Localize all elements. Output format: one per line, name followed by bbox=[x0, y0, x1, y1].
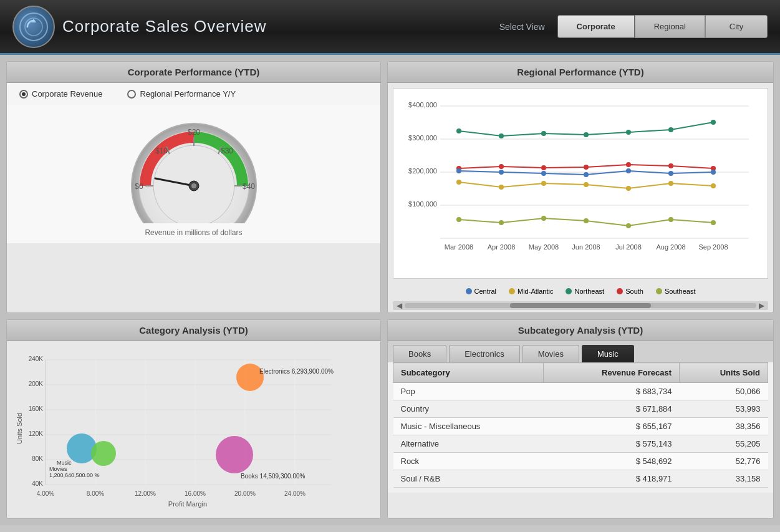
svg-text:8.00%: 8.00% bbox=[87, 490, 104, 497]
svg-text:Electronics 6,293,900.00%: Electronics 6,293,900.00% bbox=[259, 368, 334, 375]
cell-units: 55,205 bbox=[680, 435, 768, 453]
svg-point-38 bbox=[584, 132, 589, 137]
svg-point-49 bbox=[456, 168, 461, 173]
svg-text:$30: $30 bbox=[220, 147, 233, 155]
legend-label-southeast: Southeast bbox=[665, 288, 696, 295]
gauge-container: $0 $10 $20 $30 $40 Revenue in millions o… bbox=[7, 105, 380, 243]
subcategory-analysis-panel: Subcategory Analysis (YTD) Books Electro… bbox=[387, 319, 774, 519]
legend-midatlantic: Mid-Atlantic bbox=[509, 288, 553, 295]
scroll-left-arrow[interactable]: ◀ bbox=[394, 301, 405, 310]
svg-text:Units Sold: Units Sold bbox=[16, 413, 23, 444]
svg-point-63 bbox=[456, 217, 461, 222]
svg-text:$100,000: $100,000 bbox=[408, 200, 437, 208]
cell-units: 53,993 bbox=[680, 400, 768, 418]
radio-regional-performance[interactable]: Regional Performance Y/Y bbox=[127, 89, 236, 99]
view-btn-regional[interactable]: Regional bbox=[635, 15, 705, 38]
cell-revenue: $ 671,884 bbox=[544, 400, 680, 418]
table-row: Pop $ 683,734 50,066 bbox=[393, 383, 768, 400]
svg-point-58 bbox=[541, 181, 546, 186]
cell-subcategory: Country bbox=[393, 400, 544, 418]
scrollbar-track bbox=[405, 303, 756, 308]
logo-icon bbox=[12, 6, 55, 48]
logo-area: Corporate Sales Overview bbox=[12, 6, 266, 48]
svg-point-53 bbox=[626, 168, 631, 173]
legend-dot-southeast bbox=[656, 288, 662, 294]
svg-point-61 bbox=[668, 181, 673, 186]
svg-point-69 bbox=[711, 220, 716, 225]
table-row: Alternative $ 575,143 55,205 bbox=[393, 435, 768, 453]
svg-point-35 bbox=[456, 128, 461, 133]
legend-dot-central bbox=[466, 288, 472, 294]
table-row: Music - Miscellaneous $ 655,167 38,356 bbox=[393, 418, 768, 435]
svg-text:Jul 2008: Jul 2008 bbox=[615, 243, 642, 251]
regional-chart-svg: $400,000 $300,000 $200,000 $100,000 Mar … bbox=[400, 95, 761, 269]
cell-subcategory: Pop bbox=[393, 383, 544, 400]
svg-point-68 bbox=[668, 217, 673, 222]
cell-revenue: $ 683,734 bbox=[544, 383, 680, 400]
svg-text:24.00%: 24.00% bbox=[284, 490, 306, 497]
cell-revenue: $ 548,692 bbox=[544, 453, 680, 470]
subcategory-analysis-title: Subcategory Analysis (YTD) bbox=[388, 320, 773, 341]
legend-label-central: Central bbox=[474, 288, 496, 295]
tab-electronics[interactable]: Electronics bbox=[449, 345, 520, 362]
svg-point-45 bbox=[584, 165, 589, 170]
view-btn-corporate[interactable]: Corporate bbox=[557, 15, 635, 38]
bubble-chart-svg: Units Sold 240K 200K 160K 120K 80K 40K bbox=[13, 347, 344, 510]
svg-point-64 bbox=[499, 220, 504, 225]
view-buttons: Corporate Regional City bbox=[557, 15, 768, 38]
svg-text:$400,000: $400,000 bbox=[408, 101, 437, 109]
svg-text:240K: 240K bbox=[29, 355, 44, 362]
legend-south: South bbox=[617, 288, 643, 295]
svg-text:May 2008: May 2008 bbox=[529, 243, 559, 251]
radio-dot-regional bbox=[127, 90, 136, 99]
svg-point-37 bbox=[541, 131, 546, 136]
tab-music[interactable]: Music bbox=[582, 345, 634, 362]
cell-subcategory: Alternative bbox=[393, 435, 544, 453]
bubble-books bbox=[216, 436, 253, 473]
cell-subcategory: Music - Miscellaneous bbox=[393, 418, 544, 435]
subcategory-tabs: Books Electronics Movies Music bbox=[388, 341, 773, 362]
col-subcategory: Subcategory bbox=[393, 363, 544, 383]
svg-point-56 bbox=[456, 180, 461, 185]
svg-point-0 bbox=[20, 13, 47, 41]
svg-text:12.00%: 12.00% bbox=[135, 490, 156, 497]
svg-point-39 bbox=[626, 130, 631, 135]
tab-movies[interactable]: Movies bbox=[522, 345, 579, 362]
scrollbar-thumb bbox=[510, 303, 651, 308]
svg-point-50 bbox=[499, 170, 504, 175]
radio-corporate-revenue[interactable]: Corporate Revenue bbox=[19, 89, 102, 99]
legend-label-midatlantic: Mid-Atlantic bbox=[518, 288, 553, 295]
svg-point-36 bbox=[499, 133, 504, 138]
regional-performance-title: Regional Performance (YTD) bbox=[388, 62, 773, 83]
gauge-svg: $0 $10 $20 $30 $40 bbox=[113, 111, 275, 223]
cell-revenue: $ 655,167 bbox=[544, 418, 680, 435]
svg-text:Profit Margin: Profit Margin bbox=[168, 500, 207, 508]
svg-point-54 bbox=[668, 171, 673, 176]
svg-point-52 bbox=[584, 172, 589, 177]
scroll-right-arrow[interactable]: ▶ bbox=[756, 301, 767, 310]
svg-point-51 bbox=[541, 171, 546, 176]
svg-text:Movies: Movies bbox=[49, 466, 67, 472]
view-btn-city[interactable]: City bbox=[705, 15, 768, 38]
svg-point-47 bbox=[668, 163, 673, 168]
svg-text:$300,000: $300,000 bbox=[408, 134, 437, 142]
radio-group: Corporate Revenue Regional Performance Y… bbox=[7, 83, 380, 105]
bubble-chart: Units Sold 240K 200K 160K 120K 80K 40K bbox=[7, 341, 380, 518]
radio-dot-corporate bbox=[19, 90, 28, 99]
cell-units: 52,776 bbox=[680, 453, 768, 470]
svg-point-67 bbox=[626, 223, 631, 228]
svg-point-57 bbox=[499, 185, 504, 190]
svg-text:$40: $40 bbox=[242, 182, 254, 191]
tab-books[interactable]: Books bbox=[393, 345, 446, 362]
corp-performance-title: Corporate Performance (YTD) bbox=[7, 62, 380, 83]
svg-text:$20: $20 bbox=[187, 128, 200, 137]
table-row: Country $ 671,884 53,993 bbox=[393, 400, 768, 418]
cell-revenue: $ 418,971 bbox=[544, 470, 680, 488]
svg-text:40K: 40K bbox=[32, 480, 43, 487]
svg-text:16.00%: 16.00% bbox=[185, 490, 206, 497]
chart-legend: Central Mid-Atlantic Northeast South Sou… bbox=[388, 284, 773, 299]
category-analysis-title: Category Analysis (YTD) bbox=[7, 320, 380, 341]
svg-point-60 bbox=[626, 186, 631, 191]
svg-text:120K: 120K bbox=[29, 430, 44, 437]
chart-scrollbar[interactable]: ◀ ▶ bbox=[393, 301, 768, 310]
